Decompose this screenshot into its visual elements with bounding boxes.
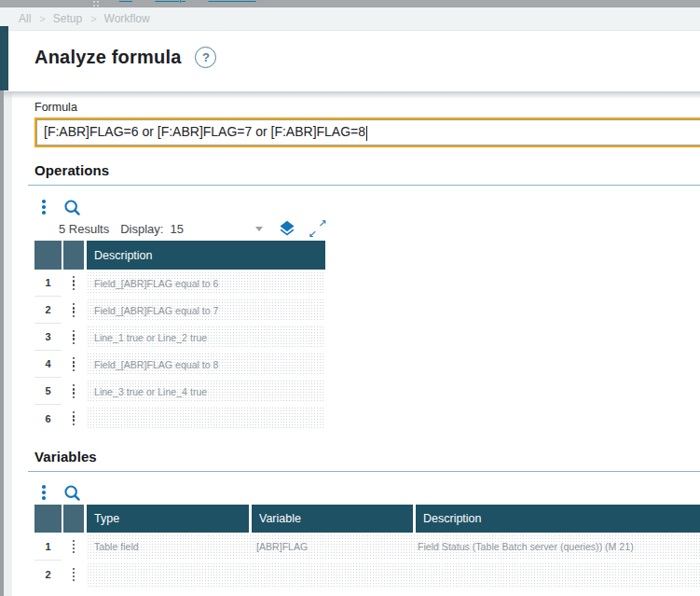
- row-menu-icon[interactable]: [63, 351, 84, 378]
- row-menu-icon[interactable]: [63, 405, 84, 432]
- description-column-header[interactable]: Description: [416, 505, 700, 533]
- row-number: 4: [34, 351, 62, 378]
- content-panel: Formula [F:ABR]FLAG=6 or [F:ABR]FLAG=7 o…: [12, 91, 700, 596]
- expand-icon[interactable]: ↗↙: [309, 220, 325, 237]
- background-sidebar-edge: [0, 26, 8, 90]
- header-shadow: [0, 91, 700, 99]
- variables-title: Variables: [34, 449, 700, 464]
- row-menu-icon[interactable]: [63, 270, 84, 297]
- operations-table-header: Description: [34, 241, 700, 270]
- breadcrumb-separator: >: [194, 0, 199, 2]
- row-number: 5: [34, 378, 62, 405]
- rownum-column-header: [34, 241, 62, 270]
- description-cell[interactable]: Field_[ABR]FLAG equal to 8: [87, 353, 325, 376]
- breadcrumb-item-all[interactable]: All: [19, 12, 31, 25]
- table-row: 5 Line_3 true or Line_4 true: [34, 378, 700, 405]
- row-number: 1: [34, 533, 62, 561]
- rowmenu-column-header: [63, 241, 84, 270]
- table-row: 6: [34, 405, 700, 432]
- description-column-header[interactable]: Description: [87, 241, 325, 270]
- description-cell[interactable]: Field_[ABR]FLAG equal to 6: [87, 271, 325, 295]
- variable-cell[interactable]: [249, 562, 410, 587]
- display-label: Display:: [120, 222, 163, 236]
- background-breadcrumb-setup[interactable]: Setup: [155, 0, 185, 3]
- analyze-formula-window: All>Setup>Workflow All > Setup > Workflo…: [0, 0, 700, 596]
- type-column-header[interactable]: Type: [87, 505, 249, 533]
- description-cell[interactable]: Line_3 true or Line_4 true: [87, 380, 325, 403]
- row-menu-icon[interactable]: [63, 297, 84, 324]
- table-row: 2 Field_[ABR]FLAG equal to 7: [34, 297, 700, 324]
- type-cell[interactable]: [87, 562, 249, 587]
- results-count: 5 Results: [59, 222, 109, 236]
- page-title: Analyze formula: [34, 47, 181, 68]
- row-number: 1: [34, 270, 62, 297]
- variable-column-header[interactable]: Variable: [252, 505, 413, 533]
- table-row: 4 Field_[ABR]FLAG equal to 8: [34, 351, 700, 378]
- variables-menu-icon[interactable]: [40, 485, 48, 500]
- type-cell[interactable]: Table field: [87, 534, 249, 559]
- text-cursor: [366, 126, 367, 141]
- operations-resultbar: 5 Results Display: 15 ↗↙: [34, 221, 700, 236]
- formula-input-wrap: [F:ABR]FLAG=6 or [F:ABR]FLAG=7 or [F:ABR…: [34, 118, 700, 147]
- operations-table: Description 1 Field_[ABR]FLAG equal to 6…: [34, 241, 700, 432]
- operations-toolbar: [34, 198, 700, 216]
- breadcrumb-item-setup[interactable]: Setup: [53, 12, 82, 25]
- chevron-down-icon: [255, 227, 263, 231]
- background-breadcrumb-all[interactable]: All: [119, 0, 132, 3]
- rownum-column-header: [34, 505, 62, 533]
- breadcrumb-item-workflow[interactable]: Workflow: [104, 12, 150, 25]
- breadcrumb-separator: >: [90, 13, 96, 24]
- row-menu-icon[interactable]: [63, 324, 84, 351]
- help-icon[interactable]: ?: [195, 47, 216, 68]
- background-app-bar: All>Setup>Workflow: [0, 0, 700, 7]
- row-number: 2: [34, 297, 62, 324]
- variable-cell[interactable]: [ABR]FLAG: [249, 534, 410, 559]
- rowmenu-column-header: [63, 505, 84, 533]
- table-row: 2: [34, 561, 700, 589]
- variables-search-icon[interactable]: [63, 484, 81, 502]
- description-cell[interactable]: [410, 562, 700, 587]
- row-menu-icon[interactable]: [63, 378, 84, 405]
- operations-section-header: Operations: [28, 162, 700, 186]
- description-cell[interactable]: [87, 407, 325, 430]
- row-menu-icon[interactable]: [63, 561, 84, 589]
- table-row: 3 Line_1 true or Line_2 true: [34, 324, 700, 351]
- operations-menu-icon[interactable]: [40, 200, 48, 215]
- breadcrumb-separator: >: [39, 13, 45, 24]
- description-cell[interactable]: Field_[ABR]FLAG equal to 7: [87, 298, 325, 322]
- variables-table-header: Type Variable Description: [34, 505, 700, 533]
- variables-table: Type Variable Description 1 Table field …: [34, 505, 700, 589]
- row-menu-icon[interactable]: [63, 533, 84, 561]
- page-header: Analyze formula ?: [0, 31, 700, 84]
- description-cell[interactable]: Line_1 true or Line_2 true: [87, 326, 325, 349]
- operations-search-icon[interactable]: [63, 199, 81, 216]
- background-breadcrumb-workflow[interactable]: Workflow: [208, 0, 255, 3]
- formula-input[interactable]: [F:ABR]FLAG=6 or [F:ABR]FLAG=7 or [F:ABR…: [36, 119, 700, 146]
- background-window-edge: [0, 90, 4, 596]
- breadcrumb-separator: >: [141, 0, 146, 2]
- table-row: 1 Field_[ABR]FLAG equal to 6: [34, 270, 700, 297]
- display-select[interactable]: 15: [170, 222, 263, 236]
- breadcrumb: All > Setup > Workflow: [0, 7, 700, 31]
- variables-toolbar: [34, 483, 700, 502]
- formula-label: Formula: [34, 101, 700, 114]
- variables-section-header: Variables: [28, 449, 700, 472]
- operations-title: Operations: [34, 162, 700, 178]
- description-cell[interactable]: Field Status (Table Batch server (querie…: [410, 534, 700, 559]
- drag-handle-icon: [93, 1, 99, 7]
- layers-icon[interactable]: [278, 219, 296, 238]
- page-body: Formula [F:ABR]FLAG=6 or [F:ABR]FLAG=7 o…: [0, 91, 700, 596]
- row-number: 2: [34, 561, 62, 589]
- row-number: 3: [34, 324, 62, 351]
- display-value: 15: [170, 222, 183, 236]
- table-row: 1 Table field [ABR]FLAG Field Status (Ta…: [34, 533, 700, 561]
- row-number: 6: [34, 405, 62, 432]
- background-breadcrumb: All>Setup>Workflow: [119, 0, 256, 4]
